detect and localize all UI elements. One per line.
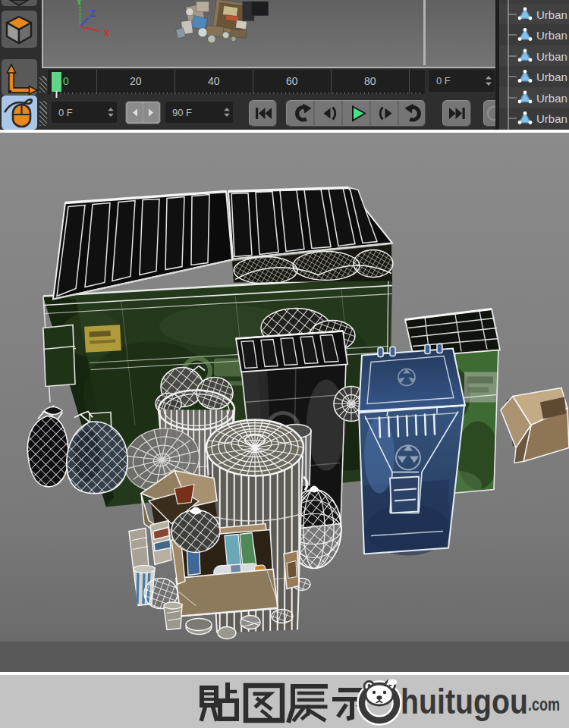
svg-text:Y: Y (76, 0, 83, 7)
svg-text:Urban: Urban (536, 29, 567, 42)
svg-text:Urban: Urban (536, 112, 567, 125)
svg-text:Urban: Urban (536, 92, 567, 105)
svg-text:.com: .com (528, 694, 560, 714)
svg-text:huitugou: huitugou (401, 681, 528, 721)
svg-text:Urban: Urban (536, 71, 567, 83)
svg-text:X: X (103, 27, 110, 39)
svg-text:Urban: Urban (536, 50, 567, 63)
svg-text:Z: Z (90, 8, 96, 19)
svg-text:Urban: Urban (536, 8, 567, 21)
